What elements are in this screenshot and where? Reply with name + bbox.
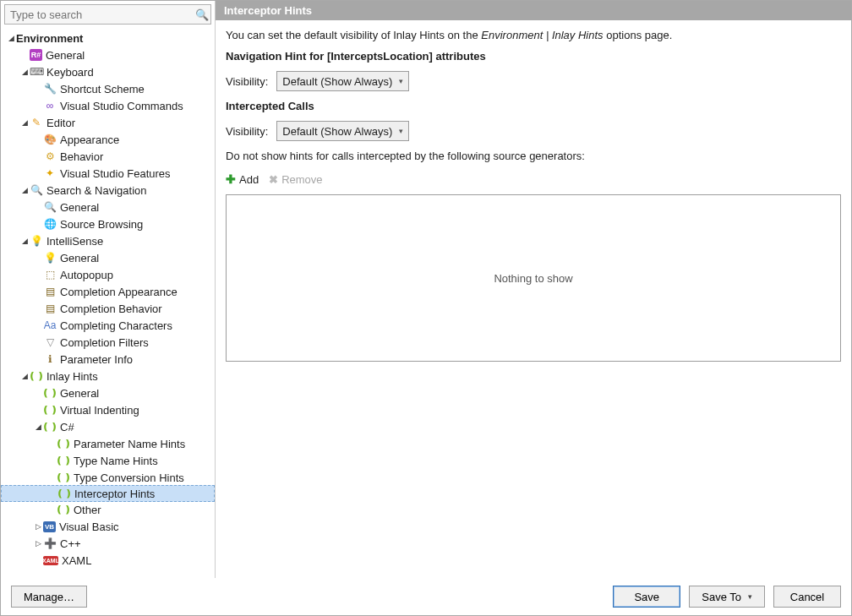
expander-icon[interactable]: ◢ [19,118,30,127]
tree-item-is-general[interactable]: · 💡 General [1,249,215,266]
visibility-dropdown-navigation[interactable]: Default (Show Always) ▾ [276,71,409,91]
tree-label: C++ [60,537,81,550]
tree-item-virtual-indent[interactable]: · ❪❫ Virtual Indenting [1,401,215,418]
tree-item-inlay-hints[interactable]: ◢ ❪❫ Inlay Hints [1,368,215,384]
lightbulb-icon: 💡 [43,251,57,264]
tree-label: Environment [16,32,83,45]
magnifier-icon: 🔍 [30,183,43,197]
tree-label: Completion Behavior [60,303,162,315]
manage-button[interactable]: Manage… [11,586,87,608]
tree-item-source-browsing[interactable]: · 🌐 Source Browsing [1,215,215,232]
tree-item-intellisense[interactable]: ◢ 💡 IntelliSense [1,232,215,249]
tree-label: Keyboard [46,66,94,79]
expander-icon[interactable]: ◢ [19,186,30,194]
tree-label: Visual Basic [59,521,119,533]
section-navigation-hint-heading: Navigation Hint for [InterceptsLocation]… [226,50,841,63]
remove-button: ✖ Remove [269,173,322,186]
tree-label: Completing Characters [60,319,172,332]
add-button[interactable]: ✚ Add [226,172,259,186]
filter-icon: ▽ [43,335,57,349]
tree-item-shortcut-scheme[interactable]: · 🔧 Shortcut Scheme [1,80,215,97]
tree-item-xaml[interactable]: · XAML XAML [1,552,215,569]
parameter-info-icon: ℹ [43,352,57,366]
tree-item-environment[interactable]: ◢ Environment [1,30,215,46]
tree-item-search-navigation[interactable]: ◢ 🔍 Search & Navigation [1,182,215,199]
tree-item-cpp[interactable]: ▷ ➕ C++ [1,535,215,552]
tree-item-type-name-hints[interactable]: · ❪❫ Type Name Hints [1,452,215,469]
inlay-hints-icon: ❪❫ [57,503,70,516]
tree-item-appearance[interactable]: · 🎨 Appearance [1,131,215,148]
magnifier-icon: 🔍 [43,200,57,214]
page-description: You can set the default visibility of In… [226,29,841,41]
cancel-button[interactable]: Cancel [773,586,841,608]
empty-list-text: Nothing to show [494,272,572,285]
visibility-label: Visibility: [226,75,268,88]
tree-item-vs-commands[interactable]: · ∞ Visual Studio Commands [1,97,215,114]
tree-item-comp-appearance[interactable]: · ▤ Completion Appearance [1,283,215,300]
tree-item-interceptor-hints[interactable]: · ❪❫ Interceptor Hints [1,485,215,502]
save-button[interactable]: Save [613,586,680,608]
tree-label: Shortcut Scheme [60,83,145,95]
tree-label: Virtual Indenting [60,404,139,417]
generators-list[interactable]: Nothing to show [226,194,841,362]
inlay-hints-icon: ❪❫ [57,437,70,450]
tree-item-param-info[interactable]: · ℹ Parameter Info [1,351,215,368]
palette-icon: 🎨 [43,133,57,146]
tree-item-type-conv-hints[interactable]: · ❪❫ Type Conversion Hints [1,469,215,486]
gears-icon: ⚙ [43,150,57,163]
tree-label: General [60,387,99,400]
completion-behavior-icon: ▤ [43,302,57,315]
globe-icon: 🌐 [43,217,57,231]
expander-icon[interactable]: ◢ [19,237,30,245]
tree-item-comp-behavior[interactable]: · ▤ Completion Behavior [1,300,215,317]
expander-icon[interactable]: ▷ [33,522,43,531]
options-tree[interactable]: ◢ Environment · R# General ◢ ⌨ Keyboard … [1,28,215,578]
dropdown-value: Default (Show Always) [282,75,392,88]
expander-icon[interactable]: ▷ [33,539,43,548]
tree-item-vs-features[interactable]: · ✦ Visual Studio Features [1,165,215,182]
autopopup-icon: ⬚ [43,268,57,281]
tree-item-general[interactable]: · R# General [1,46,215,63]
xaml-icon: XAML [43,556,58,565]
tree-item-autopopup[interactable]: · ⬚ Autopopup [1,266,215,283]
search-input[interactable] [5,6,194,24]
chevron-down-icon: ▾ [399,127,403,135]
tree-label: Completion Appearance [60,286,178,298]
expander-icon[interactable]: ◢ [19,68,30,76]
tree-item-editor[interactable]: ◢ ✎ Editor [1,114,215,131]
tree-label: Type Name Hints [74,455,158,467]
inlay-hints-icon: ❪❫ [43,403,57,417]
search-icon: 🔍 [194,8,210,21]
plus-icon: ✚ [226,172,236,186]
tree-item-comp-filters[interactable]: · ▽ Completion Filters [1,334,215,351]
tree-label: Appearance [60,134,119,146]
chevron-down-icon: ▾ [399,77,403,85]
tree-item-ih-general[interactable]: · ❪❫ General [1,384,215,401]
tree-label: General [60,201,99,214]
search-box[interactable]: 🔍 [4,4,211,25]
tree-item-behavior[interactable]: · ⚙ Behavior [1,148,215,165]
tree-item-other[interactable]: · ❪❫ Other [1,501,215,518]
expander-icon[interactable]: ◢ [6,34,16,42]
resharper-icon: R# [30,49,42,61]
inlay-hints-icon: ❪❫ [30,369,43,383]
tree-item-param-name-hints[interactable]: · ❪❫ Parameter Name Hints [1,435,215,452]
tree-label: Interceptor Hints [74,488,155,500]
tree-label: XAML [62,554,91,567]
tree-label: Behavior [60,150,103,163]
tree-item-comp-chars[interactable]: · Aa Completing Characters [1,317,215,334]
tree-label: Autopopup [60,269,113,281]
tree-item-sn-general[interactable]: · 🔍 General [1,199,215,215]
inlay-hints-icon: ❪❫ [57,454,70,467]
chevron-down-icon: ▾ [748,592,752,601]
tree-item-csharp[interactable]: ◢ ❪❫ C# [1,418,215,435]
exclusion-note: Do not show hints for calls intercepted … [226,150,841,162]
tree-item-keyboard[interactable]: ◢ ⌨ Keyboard [1,63,215,80]
save-to-button[interactable]: Save To ▾ [689,586,765,608]
tree-label: Completion Filters [60,336,149,349]
keyboard-icon: ⌨ [30,65,43,79]
inlay-hints-icon: ❪❫ [43,386,57,400]
visibility-dropdown-calls[interactable]: Default (Show Always) ▾ [276,121,409,141]
tree-label: Other [74,504,101,516]
tree-item-vb[interactable]: ▷ VB Visual Basic [1,518,215,535]
